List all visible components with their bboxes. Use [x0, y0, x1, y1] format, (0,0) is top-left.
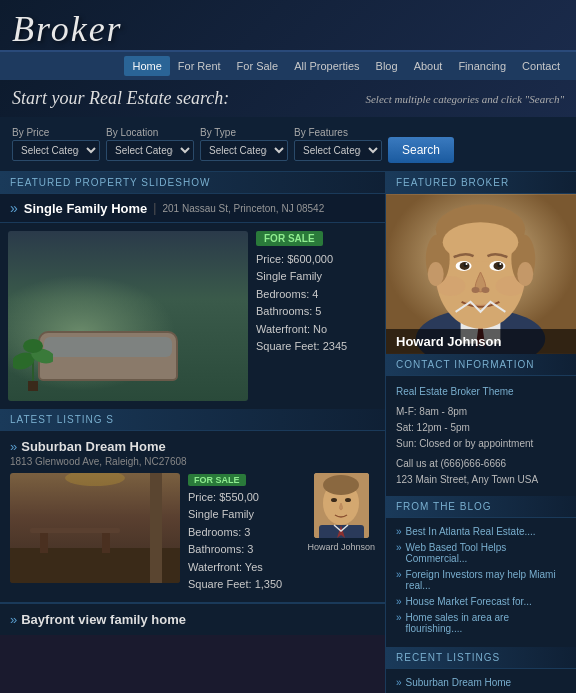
bayfront-title: » Bayfront view family home [10, 612, 375, 627]
header: Broker [0, 0, 576, 52]
by-price-label: By Price [12, 127, 100, 138]
blog-item[interactable]: Best In Atlanta Real Estate.... [396, 526, 566, 537]
svg-point-41 [517, 262, 533, 286]
features-select[interactable]: Select Category [294, 140, 382, 161]
nav-about[interactable]: About [406, 56, 451, 76]
svg-rect-6 [30, 528, 120, 533]
listing-bathrooms: Bathrooms: 3 [188, 542, 299, 557]
search-button[interactable]: Search [388, 137, 454, 163]
contact-phone: Call us at (666)666-6666 [396, 456, 566, 472]
nav-blog[interactable]: Blog [368, 56, 406, 76]
for-sale-badge: FOR SALE [256, 231, 323, 246]
svg-point-4 [23, 339, 43, 353]
contact-company: Real Estate Broker Theme [396, 384, 566, 400]
svg-point-36 [472, 287, 480, 293]
search-by-features: By Features Select Category [294, 127, 382, 161]
logo: Broker [12, 8, 564, 50]
listing-broker-name: Howard Johnson [307, 542, 375, 552]
featured-broker-header: FEATURED BROKER [386, 172, 576, 194]
search-by-price: By Price Select Category [12, 127, 100, 161]
svg-rect-7 [40, 533, 48, 553]
contact-section: CONTACT INFORMATION Real Estate Broker T… [386, 354, 576, 496]
listing-content: FOR SALE Price: $550,00 Single Family Be… [10, 473, 375, 594]
listing-image [10, 473, 180, 583]
nav-contact[interactable]: Contact [514, 56, 568, 76]
blog-item[interactable]: House Market Forecast for... [396, 596, 566, 607]
bayfront-section: » Bayfront view family home [0, 603, 385, 635]
listing-waterfront: Waterfront: Yes [188, 560, 299, 575]
nav-for-sale[interactable]: For Sale [229, 56, 287, 76]
property-name: Single Family Home [24, 201, 148, 216]
listing-sqft: Square Feet: 1,350 [188, 577, 299, 592]
listing-broker-photo [314, 473, 369, 538]
search-by-location: By Location Select Category [106, 127, 194, 161]
separator: | [153, 201, 156, 215]
nav-for-rent[interactable]: For Rent [170, 56, 229, 76]
svg-point-13 [323, 475, 359, 495]
featured-property-title-bar: » Single Family Home | 201 Nassau St, Pr… [0, 194, 385, 223]
property-sqft: Square Feet: 2345 [256, 339, 377, 354]
listing-chevron-icon: » [10, 439, 17, 454]
property-details: FOR SALE Price: $600,000 Single Family B… [256, 231, 377, 401]
by-features-label: By Features [294, 127, 382, 138]
svg-point-35 [499, 263, 501, 265]
listing-details: FOR SALE Price: $550,00 Single Family Be… [188, 473, 299, 594]
bayfront-name: Bayfront view family home [21, 612, 186, 627]
bathtub-decoration [38, 331, 178, 381]
blog-list: Best In Atlanta Real Estate.... Web Base… [386, 518, 576, 647]
property-type: Single Family [256, 269, 377, 284]
tagline-bar: Start your Real Estate search: Select mu… [0, 80, 576, 117]
recent-list: Suburban Dream Home Bayfront view family… [386, 669, 576, 693]
contact-address: 123 Main Street, Any Town USA [396, 472, 566, 488]
broker-photo: Howard Johnson [386, 194, 576, 354]
plant-decoration [13, 331, 53, 391]
featured-property-header: FEATURED PROPERTY SLIDESHOW [0, 172, 385, 194]
blog-item[interactable]: Foreign Investors may help Miami real... [396, 569, 566, 591]
location-select[interactable]: Select Category [106, 140, 194, 161]
by-type-label: By Type [200, 127, 288, 138]
contact-header: CONTACT INFORMATION [386, 354, 576, 376]
recent-listings-header: RECENT LISTINGS [386, 647, 576, 669]
tagline-right: Select multiple categories and click "Se… [365, 93, 564, 105]
right-column: FEATURED BROKER [385, 172, 576, 693]
contact-details: Real Estate Broker Theme M-F: 8am - 8pm … [386, 376, 576, 496]
featured-property-section: FEATURED PROPERTY SLIDESHOW » Single Fam… [0, 172, 385, 409]
listing-type: Single Family [188, 507, 299, 522]
recent-item[interactable]: Suburban Dream Home [396, 677, 566, 688]
search-by-type: By Type Select Category [200, 127, 288, 161]
listing-badge: FOR SALE [188, 474, 246, 486]
listing-broker: Howard Johnson [307, 473, 375, 594]
left-column: FEATURED PROPERTY SLIDESHOW » Single Fam… [0, 172, 385, 693]
svg-rect-8 [102, 533, 110, 553]
listing-bedrooms: Bedrooms: 3 [188, 525, 299, 540]
price-select[interactable]: Select Category [12, 140, 100, 161]
tagline-left: Start your Real Estate search: [12, 88, 229, 109]
property-bathrooms: Bathrooms: 5 [256, 304, 377, 319]
room-decoration [10, 473, 180, 583]
blog-item[interactable]: Home sales in area are flourishing.... [396, 612, 566, 634]
property-bedrooms: Bedrooms: 4 [256, 287, 377, 302]
list-item: » Suburban Dream Home 1813 Glenwood Ave,… [0, 431, 385, 603]
contact-hours3: Sun: Closed or by appointment [396, 436, 566, 452]
property-waterfront: Waterfront: No [256, 322, 377, 337]
blog-item[interactable]: Web Based Tool Helps Commercial... [396, 542, 566, 564]
type-select[interactable]: Select Category [200, 140, 288, 161]
search-bar: By Price Select Category By Location Sel… [0, 117, 576, 172]
property-image [8, 231, 248, 401]
chevron-icon: » [10, 200, 18, 216]
main-layout: FEATURED PROPERTY SLIDESHOW » Single Fam… [0, 172, 576, 693]
svg-point-34 [466, 263, 468, 265]
listing-price: Price: $550,00 [188, 490, 299, 505]
nav-financing[interactable]: Financing [450, 56, 514, 76]
nav-home[interactable]: Home [124, 56, 169, 76]
svg-point-14 [331, 498, 337, 502]
svg-point-15 [345, 498, 351, 502]
listing-name: Suburban Dream Home [21, 439, 165, 454]
contact-hours1: M-F: 8am - 8pm [396, 404, 566, 420]
svg-rect-0 [28, 381, 38, 391]
navigation: Home For Rent For Sale All Properties Bl… [0, 52, 576, 80]
blog-section: FROM THE BLOG Best In Atlanta Real Estat… [386, 496, 576, 647]
latest-listings-header: LATEST LISTING S [0, 409, 385, 431]
nav-all-properties[interactable]: All Properties [286, 56, 367, 76]
svg-rect-10 [150, 473, 162, 583]
